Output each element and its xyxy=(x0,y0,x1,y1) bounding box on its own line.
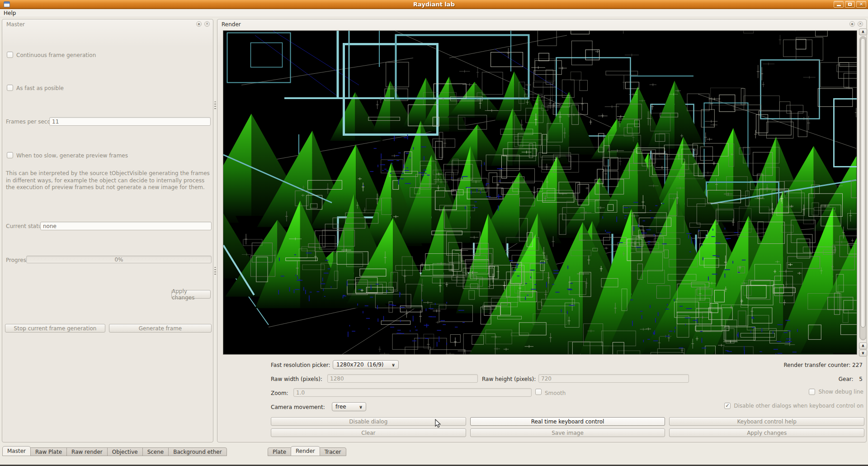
generate-frame-button[interactable]: Generate frame xyxy=(109,324,212,333)
apply-changes-button[interactable]: Apply changes xyxy=(171,290,211,299)
menubar: Help xyxy=(0,9,868,17)
continuous-frame-checkbox[interactable] xyxy=(7,52,13,58)
stop-frame-generation-button[interactable]: Stop current frame generation xyxy=(5,324,105,333)
scrollbar-track[interactable] xyxy=(859,36,867,340)
tab-render[interactable]: Render xyxy=(291,446,320,456)
maximize-button[interactable] xyxy=(845,1,855,8)
raw-height-input[interactable] xyxy=(538,374,689,383)
scroll-up-button[interactable]: ∧ xyxy=(859,29,867,35)
transfer-counter-value: 227 xyxy=(852,362,863,368)
tab-background-ether[interactable]: Background ether xyxy=(168,447,226,456)
panel-close-button[interactable]: ✕ xyxy=(858,21,863,27)
disable-dialogs-label: Disable other dialogs when keyboard cont… xyxy=(734,403,863,409)
camera-movement-label: Camera movement: xyxy=(271,404,325,410)
raw-width-label: Raw width (pixels): xyxy=(271,376,322,382)
render-canvas[interactable] xyxy=(223,31,857,354)
raw-width-input[interactable] xyxy=(327,374,478,383)
window-title: Raydiant lab xyxy=(0,1,868,8)
close-icon: ✕ xyxy=(859,22,862,26)
check-icon: ✓ xyxy=(726,403,730,409)
progress-value: 0% xyxy=(114,257,123,263)
application-window: { "window": { "title": "Raydiant lab" },… xyxy=(0,0,868,466)
right-tabstrip: Plate Render Tracer xyxy=(268,446,346,456)
resolution-value: 1280x720 (16/9) xyxy=(336,361,383,368)
preview-frames-checkbox[interactable] xyxy=(7,152,13,158)
tab-raw-render[interactable]: Raw render xyxy=(66,447,108,456)
mouse-cursor xyxy=(435,419,441,430)
camera-movement-value: free xyxy=(335,404,346,410)
realtime-keyboard-control-button[interactable]: Real time keyboard control xyxy=(470,417,665,426)
minimize-button[interactable] xyxy=(834,1,844,8)
close-button[interactable]: ✕ xyxy=(856,1,866,8)
as-fast-checkbox[interactable] xyxy=(7,85,13,91)
current-status-input[interactable] xyxy=(40,222,212,230)
tab-tracer[interactable]: Tracer xyxy=(320,447,346,456)
chevron-down-icon: ∨ xyxy=(392,362,395,367)
tab-raw-plate[interactable]: Raw Plate xyxy=(30,447,67,456)
disable-dialogs-checkbox[interactable]: ✓ xyxy=(724,403,731,409)
close-icon: ✕ xyxy=(859,2,863,7)
scroll-up-icon: ∧ xyxy=(861,30,864,34)
panel-title-render: Render xyxy=(222,21,241,28)
zoom-label: Zoom: xyxy=(271,390,288,396)
chevron-down-icon: ∨ xyxy=(359,404,363,409)
gear-label: Gear: xyxy=(839,376,854,382)
resolution-select[interactable]: 1280x720 (16/9) ∨ xyxy=(333,360,399,369)
smooth-checkbox[interactable] xyxy=(535,389,542,395)
transfer-counter-label: Render transfer counter: xyxy=(784,362,851,368)
scroll-up-icon: ∧ xyxy=(861,344,864,348)
camera-movement-select[interactable]: free ∨ xyxy=(332,402,366,411)
description-text: This can be interpreted by the source tO… xyxy=(6,170,213,191)
continuous-frame-label: Continuous frame generation xyxy=(16,52,96,58)
titlebar: Raydiant lab ✕ xyxy=(0,0,868,9)
scroll-down-button[interactable]: ∨ xyxy=(859,350,867,357)
fps-input[interactable] xyxy=(49,117,211,126)
collapse-icon: ◆ xyxy=(851,23,853,26)
scroll-up-button-bottom[interactable]: ∧ xyxy=(859,342,867,349)
smooth-label: Smooth xyxy=(545,390,566,396)
show-debug-checkbox[interactable] xyxy=(809,389,815,395)
tab-objective[interactable]: Objective xyxy=(107,447,143,456)
scrollbar-thumb[interactable] xyxy=(860,38,866,328)
left-tabstrip: Master Raw Plate Raw render Objective Sc… xyxy=(2,446,227,456)
splitter-grip[interactable] xyxy=(214,267,216,276)
render-scrollbar[interactable]: ∧ ∧ ∨ xyxy=(859,29,867,358)
tab-scene[interactable]: Scene xyxy=(142,447,169,456)
zoom-input[interactable] xyxy=(293,388,532,397)
close-icon: ✕ xyxy=(206,22,209,26)
preview-frames-label: When too slow, generate preview frames xyxy=(16,152,128,159)
collapse-icon: ◆ xyxy=(198,23,200,26)
show-debug-label: Show debug line xyxy=(818,389,863,395)
panel-collapse-button[interactable]: ◆ xyxy=(196,21,202,27)
tab-master[interactable]: Master xyxy=(2,446,31,456)
render-apply-changes-button[interactable]: Apply changes xyxy=(669,428,864,437)
panel-collapse-button[interactable]: ◆ xyxy=(849,21,855,27)
tab-plate[interactable]: Plate xyxy=(268,447,291,456)
gear-value: 5 xyxy=(859,376,863,382)
panel-title-master: Master xyxy=(6,21,25,28)
as-fast-label: As fast as posible xyxy=(16,85,64,91)
progress-bar: 0% xyxy=(26,256,212,263)
scroll-down-icon: ∨ xyxy=(861,351,864,355)
resolution-picker-label: Fast resolution picker: xyxy=(271,362,330,368)
render-panel: Render ◆ ✕ ∧ ∧ ∨ Fast resolution picker:… xyxy=(217,19,867,442)
keyboard-control-help-button[interactable]: Keyboard control help xyxy=(669,417,864,426)
menu-help[interactable]: Help xyxy=(0,9,19,17)
panel-close-button[interactable]: ✕ xyxy=(204,21,210,27)
maximize-icon xyxy=(848,3,852,6)
master-panel: Master ◆ ✕ Continuous frame generation A… xyxy=(2,19,213,442)
splitter-grip[interactable] xyxy=(214,101,216,110)
raw-height-label: Raw height (pixels): xyxy=(482,376,536,382)
save-image-button[interactable]: Save image xyxy=(470,428,665,437)
minimize-icon xyxy=(837,5,841,6)
render-viewport xyxy=(223,30,857,355)
